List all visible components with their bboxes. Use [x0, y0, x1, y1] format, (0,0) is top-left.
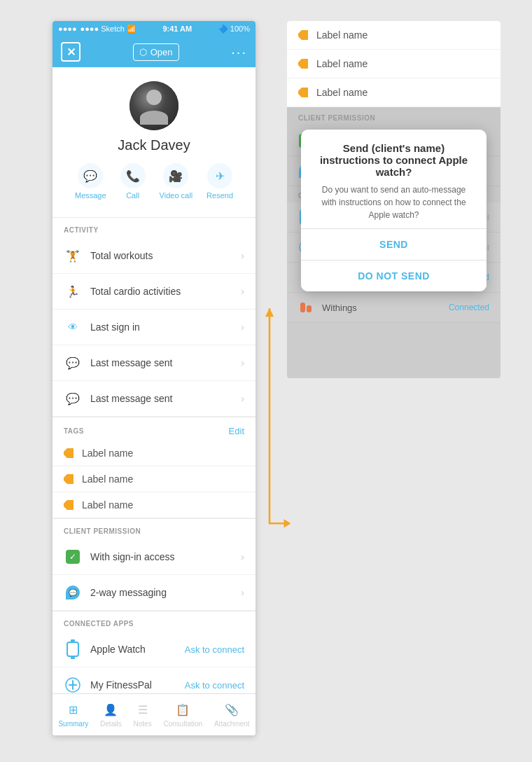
sketch-label: ●●●● Sketch: [80, 25, 125, 33]
myfitness-label: My FitnessPal: [90, 679, 185, 691]
message-button[interactable]: 💬 Message: [75, 163, 106, 200]
do-not-send-button[interactable]: DO NOT SEND: [301, 261, 486, 291]
profile-name: Jack Davey: [118, 137, 190, 153]
last-message-1-item[interactable]: 💬 Last message sent ›: [52, 345, 255, 381]
two-way-label: 2-way messaging: [90, 587, 241, 598]
notes-tab-icon: ☰: [135, 702, 150, 718]
cardio-icon: 🏃: [64, 282, 82, 300]
total-cardio-item[interactable]: 🏃 Total cardio activities ›: [52, 274, 255, 310]
dialog-overlay: Send (client's name) instructions to con…: [301, 130, 486, 291]
dialog-header: Send (client's name) instructions to con…: [301, 130, 486, 228]
battery-label: 100%: [230, 25, 250, 33]
blue-chat-icon: 💬: [66, 586, 80, 600]
panel-client-permission-header: CLIENT PERMISSION: [287, 107, 500, 126]
tags-section-header: TAGS: [64, 427, 84, 435]
panel-tag-icon-3: [298, 88, 308, 97]
client-permission-header: CLIENT PERMISSION: [52, 519, 255, 539]
dialog-message: Do you want to send an auto-message with…: [315, 183, 472, 221]
message-label: Message: [75, 191, 106, 200]
video-call-button[interactable]: 🎥 Video call: [160, 163, 193, 200]
details-tab-label: Details: [100, 720, 122, 728]
dialog-title: Send (client's name) instructions to con…: [315, 142, 472, 178]
two-way-messaging-item[interactable]: 💬 2-way messaging ›: [52, 575, 255, 611]
chevron-icon-3: ›: [241, 321, 244, 333]
open-button[interactable]: ⬡ Open: [133, 43, 179, 61]
summary-tab-label: Summary: [58, 720, 88, 728]
panel-withings-status: Connected: [449, 303, 489, 312]
attachment-tab-label: Attachment: [214, 720, 250, 728]
status-bar-right: 🔷 100%: [218, 25, 250, 34]
chevron-icon: ›: [241, 250, 244, 261]
profile-section: Jack Davey 💬 Message 📞 Call 🎥 Video call…: [52, 67, 255, 217]
resend-button[interactable]: ✈ Resend: [206, 163, 233, 200]
panel-tag-label-2: Label name: [316, 58, 489, 69]
panel-chevron-1: ›: [486, 136, 489, 146]
status-time: 9:41 AM: [162, 25, 192, 33]
last-sign-in-item[interactable]: 👁 Last sign in ›: [52, 310, 255, 345]
connected-apps-header: CONNECTED APPS: [52, 611, 255, 632]
chevron-icon-7: ›: [241, 587, 244, 598]
apple-watch-label: Apple Watch: [90, 644, 185, 655]
panel-tag-icon-2: [298, 59, 308, 69]
consultation-tab-label: Consultation: [164, 720, 203, 728]
tab-summary[interactable]: ⊞ Summary: [58, 702, 88, 728]
tab-details[interactable]: 👤 Details: [100, 702, 122, 728]
tab-consultation[interactable]: 📋 Consultation: [164, 702, 203, 728]
last-message-2-item[interactable]: 💬 Last message sent ›: [52, 381, 255, 417]
close-button[interactable]: ✕: [61, 42, 80, 62]
message-2-icon: 💬: [64, 389, 82, 408]
scroll-content: Jack Davey 💬 Message 📞 Call 🎥 Video call…: [52, 67, 255, 693]
last-message-2-label: Last message sent: [90, 393, 241, 404]
chevron-icon-4: ›: [241, 357, 244, 368]
panel-tag-label-1: Label name: [316, 29, 489, 41]
open-icon: ⬡: [139, 47, 147, 57]
activity-section-header: ACTIVITY: [52, 218, 255, 238]
tab-attachment[interactable]: 📎 Attachment: [214, 702, 250, 728]
send-button[interactable]: SEND: [301, 229, 486, 260]
avatar-image: [130, 81, 178, 130]
apple-watch-item[interactable]: Apple Watch Ask to connect: [52, 632, 255, 667]
video-label: Video call: [160, 191, 193, 200]
two-way-icon: 💬: [64, 583, 82, 602]
panel-withings: Withings Connected: [287, 293, 500, 323]
tag-label-2: Label name: [82, 473, 133, 485]
call-button[interactable]: 📞 Call: [120, 163, 146, 200]
sign-in-access-label: With sign-in access: [90, 551, 241, 562]
avatar: [130, 81, 178, 130]
tag-label-1: Label name: [82, 448, 133, 459]
panel-tag-1: Label name: [287, 21, 500, 50]
wifi-icon: 📶: [127, 25, 136, 34]
tag-label-3: Label name: [82, 499, 133, 511]
status-bar: ●●●● ●●●● Sketch 📶 9:41 AM 🔷 100%: [52, 21, 255, 36]
last-sign-in-label: Last sign in: [90, 321, 241, 333]
sign-in-access-item[interactable]: ✓ With sign-in access ›: [52, 539, 255, 575]
sign-in-access-icon: ✓: [64, 548, 82, 566]
tag-item-1: Label name: [52, 441, 255, 466]
apple-watch-connect-button[interactable]: Ask to connect: [185, 644, 244, 655]
edit-tags-button[interactable]: Edit: [229, 426, 244, 436]
attachment-tab-icon: 📎: [224, 702, 239, 718]
message-1-icon: 💬: [64, 354, 82, 372]
resend-label: Resend: [206, 191, 233, 200]
more-button[interactable]: ···: [231, 44, 247, 60]
total-workouts-label: Total workouts: [90, 250, 241, 261]
nav-bar: ✕ ⬡ Open ···: [52, 36, 255, 67]
svg-marker-2: [284, 519, 290, 527]
panel-tag-label-3: Label name: [316, 87, 489, 98]
svg-marker-3: [265, 308, 274, 317]
panel-withings-label: Withings: [322, 303, 449, 313]
myfitness-connect-button[interactable]: Ask to connect: [185, 680, 244, 691]
total-workouts-item[interactable]: 🏋 Total workouts ›: [52, 238, 255, 274]
sign-in-icon: 👁: [64, 318, 82, 336]
myfitness-icon: [64, 676, 82, 693]
tab-notes[interactable]: ☰ Notes: [134, 702, 152, 728]
summary-tab-icon: ⊞: [66, 702, 81, 718]
tag-item-2: Label name: [52, 466, 255, 492]
dialog-buttons: SEND DO NOT SEND: [301, 228, 486, 291]
tag-icon-1: [64, 448, 74, 458]
chevron-icon-2: ›: [241, 286, 244, 297]
video-icon: 🎥: [163, 163, 188, 188]
mfp-svg: [65, 677, 80, 693]
myfitness-item[interactable]: My FitnessPal Ask to connect: [52, 667, 255, 693]
total-cardio-label: Total cardio activities: [90, 286, 241, 297]
